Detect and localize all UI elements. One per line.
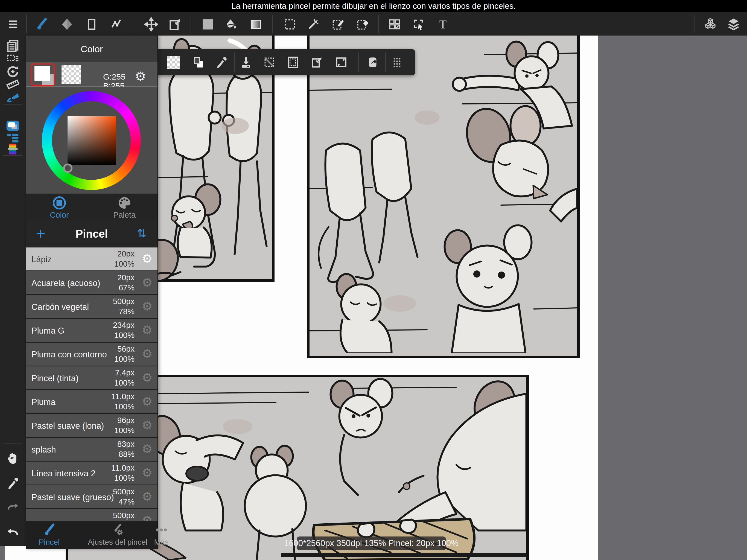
brush-size: 83px <box>117 440 134 449</box>
text-tool-button[interactable]: T <box>435 17 450 32</box>
brush-opacity: 78% <box>119 307 134 316</box>
brush-size: 56px <box>117 345 134 354</box>
move-tool-button[interactable] <box>144 17 159 32</box>
brush-row[interactable]: Pincel (tinta) 7.4px 100% ⚙ <box>26 366 157 389</box>
select-all-button[interactable] <box>285 55 300 70</box>
tab-color[interactable]: Color <box>32 194 87 220</box>
palette-tab-icon <box>117 195 132 210</box>
sort-brushes-button[interactable]: ⇅ <box>137 227 147 240</box>
transparency-swatch-button[interactable] <box>166 55 181 70</box>
foreground-background-swatch[interactable] <box>31 63 55 86</box>
brush-settings-gear-icon[interactable]: ⚙ <box>142 300 153 313</box>
sidebar-eyedropper-button[interactable] <box>5 475 21 491</box>
footer-tab-mas[interactable]: Más <box>141 521 182 549</box>
brush-opacity: 100% <box>114 474 134 483</box>
brush-row[interactable]: Pastel suave (lona) 96px 100% ⚙ <box>26 414 157 437</box>
brush-row[interactable]: Línea intensiva 2 11.0px 100% ⚙ <box>26 462 157 485</box>
tool-panel: Color G:255 B:255 ⚙ Color Paleta <box>26 35 158 549</box>
color-swatch-button[interactable] <box>200 17 215 32</box>
brush-row[interactable]: Pluma con contorno 56px 100% ⚙ <box>26 342 157 365</box>
magic-wand-button[interactable] <box>306 17 321 32</box>
brush-name: Pincel (tinta) <box>31 374 78 383</box>
panel-layout-button[interactable] <box>387 17 402 32</box>
footer-tab-pincel[interactable]: Pincel <box>31 521 67 549</box>
brush-settings-gear-icon[interactable]: ⚙ <box>142 371 153 384</box>
layers-button[interactable] <box>726 17 741 32</box>
brush-opacity: 100% <box>114 378 134 387</box>
sidebar-redo-button[interactable] <box>5 499 21 515</box>
brush-settings-gear-icon[interactable]: ⚙ <box>142 395 153 408</box>
foreground-color-swatch <box>34 66 50 81</box>
select-pen-button[interactable] <box>331 17 346 32</box>
brush-row[interactable]: Acuarela (acuoso) 20px 67% ⚙ <box>26 271 157 294</box>
gradient-tool-button[interactable] <box>248 17 264 32</box>
brush-settings-gear-icon[interactable]: ⚙ <box>142 490 153 503</box>
share-icon <box>366 55 380 69</box>
transform-tool-button[interactable] <box>168 17 183 32</box>
brush-size: 20px <box>117 249 134 258</box>
eyedropper-icon <box>215 55 228 69</box>
transform-selection-button[interactable] <box>309 55 324 70</box>
tab-paleta[interactable]: Paleta <box>97 194 152 220</box>
eyedropper-button[interactable] <box>214 55 229 70</box>
brush-settings-gear-icon[interactable]: ⚙ <box>142 514 153 521</box>
material-button[interactable] <box>703 17 718 32</box>
transparent-color-swatch[interactable] <box>61 65 81 84</box>
notification-bar: La herramienta pincel permite dibujar en… <box>0 0 747 12</box>
rectangle-icon <box>85 18 98 31</box>
brush-size: 11.0px <box>111 463 134 473</box>
tab-paleta-label: Paleta <box>97 210 152 220</box>
share-button[interactable] <box>365 55 380 70</box>
brush-size: 500px <box>113 511 134 520</box>
color-settings-gear-icon[interactable]: ⚙ <box>135 70 146 82</box>
brush-row[interactable]: Pluma 11.0px 100% ⚙ <box>26 390 157 413</box>
undo-icon <box>6 526 20 540</box>
hand-tool-button[interactable] <box>5 450 21 467</box>
brush-settings-gear-icon[interactable]: ⚙ <box>142 252 153 265</box>
polyline-tool-button[interactable] <box>108 17 124 32</box>
main-toolbar: T <box>0 12 747 35</box>
brush-opacity: 88% <box>119 450 134 459</box>
select-eraser-button[interactable] <box>355 17 370 32</box>
drag-handle[interactable] <box>390 55 404 70</box>
object-select-button[interactable] <box>411 17 426 32</box>
brush-settings-gear-icon[interactable]: ⚙ <box>142 324 153 337</box>
brush-size: 500px <box>113 487 134 496</box>
brush-settings-gear-icon[interactable]: ⚙ <box>142 466 153 479</box>
material-cubes-icon <box>703 17 718 32</box>
brush-row[interactable]: Pluma G 234px 100% ⚙ <box>26 319 157 342</box>
select-rectangle-button[interactable] <box>282 17 298 32</box>
current-color-icon <box>201 18 215 31</box>
comic-panel-right <box>307 35 579 358</box>
save-button[interactable] <box>239 55 254 70</box>
brush-row[interactable]: 500px ⚙ <box>26 509 157 521</box>
eraser-tool-button[interactable] <box>59 17 75 32</box>
toolbar-divider <box>272 15 273 33</box>
brush-settings-gear-icon[interactable]: ⚙ <box>142 442 153 456</box>
saturation-value-square[interactable] <box>68 116 116 165</box>
brush-settings-gear-icon[interactable]: ⚙ <box>142 418 153 432</box>
fill-tool-button[interactable] <box>223 17 238 32</box>
brush-row[interactable]: Carbón vegetal 500px 78% ⚙ <box>26 295 157 318</box>
airbrush-button[interactable] <box>5 89 21 105</box>
footer-brush-icon <box>42 523 57 537</box>
brush-row[interactable]: Pastel suave (grueso) 500px 47% ⚙ <box>26 485 157 508</box>
fit-screen-button[interactable] <box>334 55 349 70</box>
footer-tab-pincel-label: Pincel <box>31 538 67 546</box>
sidebar-undo-button[interactable] <box>5 525 21 541</box>
sv-marker[interactable] <box>63 163 73 173</box>
shape-tool-button[interactable] <box>84 17 99 32</box>
swap-colors-button[interactable] <box>191 55 206 70</box>
toolbar-divider <box>378 15 379 33</box>
brush-settings-gear-icon[interactable]: ⚙ <box>142 347 153 360</box>
color-bar-button[interactable] <box>5 141 21 157</box>
brush-row[interactable]: splash 83px 88% ⚙ <box>26 438 157 461</box>
menu-button[interactable] <box>5 17 21 32</box>
deselect-button[interactable] <box>262 55 277 70</box>
brush-row[interactable]: Lápiz 20px 100% ⚙ <box>26 248 157 271</box>
brush-tool-button[interactable] <box>34 17 49 32</box>
left-sidebar <box>0 35 26 546</box>
toolbar-divider <box>132 15 132 33</box>
brush-name: Acuarela (acuoso) <box>31 278 100 288</box>
brush-settings-gear-icon[interactable]: ⚙ <box>142 276 153 289</box>
